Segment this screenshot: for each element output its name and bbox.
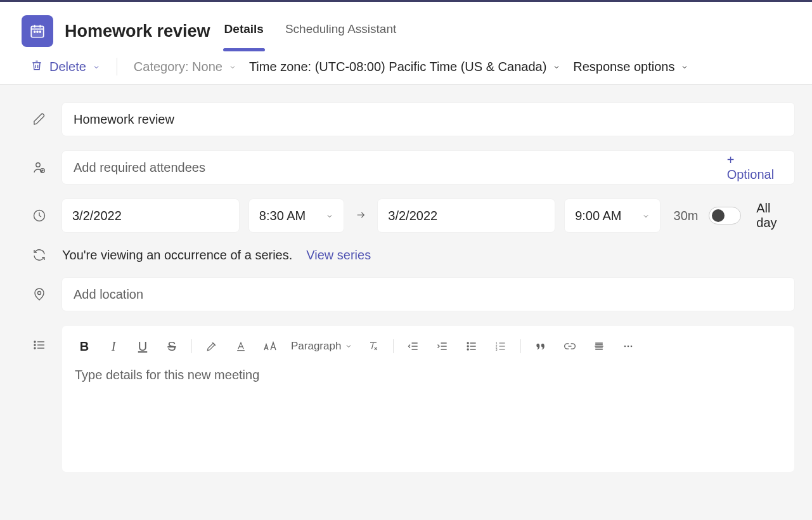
duration-label: 30m (674, 209, 699, 223)
editor-placeholder: Type details for this new meeting (75, 368, 259, 382)
chevron-down-icon (681, 60, 688, 74)
end-time-value: 9:00 AM (575, 209, 621, 223)
increase-indent-button[interactable] (430, 336, 454, 356)
location-row (0, 270, 812, 318)
start-date-field[interactable]: 3/2/2022 (62, 199, 239, 232)
chevron-down-icon (553, 60, 560, 74)
underline-button[interactable]: U (131, 336, 155, 356)
people-add-icon (29, 160, 49, 175)
paragraph-style-dropdown[interactable]: Paragraph (287, 340, 356, 353)
strikethrough-button[interactable]: S (160, 336, 184, 356)
attendees-input[interactable] (72, 160, 727, 176)
svg-point-13 (34, 348, 35, 349)
delete-button[interactable]: Delete (30, 58, 100, 75)
response-options-label: Response options (573, 60, 674, 74)
svg-point-10 (38, 292, 41, 295)
response-options-dropdown[interactable]: Response options (573, 60, 688, 74)
end-date-field[interactable]: 3/2/2022 (378, 199, 555, 232)
header: Homework review Details Scheduling Assis… (0, 2, 812, 51)
highlight-button[interactable] (200, 336, 224, 356)
description-row: B I U S Paragraph (0, 318, 812, 479)
calendar-app-icon (22, 15, 53, 47)
editor-toolbar: B I U S Paragraph (62, 326, 794, 361)
svg-point-22 (631, 346, 633, 348)
svg-point-15 (467, 346, 468, 347)
title-row (0, 95, 812, 143)
divider (393, 339, 394, 353)
divider (191, 339, 192, 353)
start-date-value: 3/2/2022 (72, 209, 122, 223)
italic-button[interactable]: I (101, 336, 126, 356)
page-title: Homework review (65, 22, 210, 41)
all-day-toggle[interactable] (709, 207, 742, 224)
svg-point-14 (467, 342, 468, 344)
text-icon (29, 326, 49, 353)
decrease-indent-button[interactable] (401, 336, 425, 356)
chevron-down-icon (93, 60, 100, 74)
attendees-row: + Optional (0, 143, 812, 192)
tab-scheduling-assistant[interactable]: Scheduling Assistant (284, 11, 397, 51)
meeting-form: + Optional 3/2/2022 8:30 AM 3 (0, 85, 812, 520)
svg-point-16 (467, 349, 468, 350)
title-field[interactable] (62, 103, 794, 136)
arrow-right-icon (354, 210, 368, 222)
pencil-icon (29, 112, 49, 127)
category-dropdown[interactable]: Category: None (134, 60, 236, 74)
svg-point-11 (34, 341, 35, 342)
tabs: Details Scheduling Assistant (223, 11, 398, 51)
svg-text:3: 3 (496, 348, 498, 351)
svg-point-7 (36, 163, 40, 167)
paragraph-label: Paragraph (291, 340, 341, 353)
category-label: Category: None (134, 60, 222, 74)
location-input[interactable] (72, 287, 784, 302)
datetime-row: 3/2/2022 8:30 AM 3/2/2022 9:00 AM 30m (0, 192, 812, 240)
divider (520, 339, 521, 353)
svg-point-5 (37, 31, 38, 32)
end-date-value: 3/2/2022 (388, 209, 437, 223)
timezone-label: Time zone: (UTC-08:00) Pacific Time (US … (249, 60, 546, 74)
chevron-down-icon (642, 209, 650, 223)
divider (117, 58, 117, 75)
numbered-list-button[interactable]: 123 (489, 336, 513, 356)
svg-point-6 (39, 31, 41, 32)
font-color-button[interactable] (229, 336, 253, 356)
toolbar: Delete Category: None Time zone: (UTC-08… (0, 51, 812, 85)
delete-label: Delete (49, 60, 86, 74)
svg-point-4 (34, 31, 35, 32)
more-options-button[interactable] (616, 336, 640, 356)
series-row: You're viewing an occurrence of a series… (0, 240, 812, 270)
start-time-value: 8:30 AM (259, 209, 306, 223)
chevron-down-icon (229, 60, 236, 74)
location-field[interactable] (62, 278, 794, 311)
location-icon (29, 287, 49, 302)
link-button[interactable] (558, 336, 582, 356)
quote-button[interactable] (529, 336, 553, 356)
start-time-field[interactable]: 8:30 AM (249, 199, 344, 232)
chevron-down-icon (326, 209, 333, 223)
recurrence-icon (29, 247, 49, 263)
trash-icon (30, 58, 43, 75)
end-time-field[interactable]: 9:00 AM (565, 199, 659, 232)
tab-details[interactable]: Details (223, 11, 265, 51)
title-input[interactable] (72, 112, 784, 127)
bulleted-list-button[interactable] (460, 336, 484, 356)
horizontal-rule-button[interactable] (587, 336, 611, 356)
rich-text-editor: B I U S Paragraph (62, 326, 794, 472)
timezone-dropdown[interactable]: Time zone: (UTC-08:00) Pacific Time (US … (249, 60, 560, 74)
view-series-link[interactable]: View series (306, 248, 371, 263)
svg-point-20 (624, 346, 626, 348)
all-day-label: All day (756, 201, 794, 230)
add-optional-button[interactable]: + Optional (727, 153, 784, 182)
svg-point-12 (34, 344, 35, 346)
font-size-button[interactable] (258, 336, 282, 356)
clear-formatting-button[interactable] (361, 336, 385, 356)
bold-button[interactable]: B (72, 336, 96, 356)
editor-body[interactable]: Type details for this new meeting (62, 361, 794, 395)
attendees-field[interactable]: + Optional (62, 151, 794, 184)
series-text: You're viewing an occurrence of a series… (62, 248, 292, 263)
svg-point-21 (628, 346, 629, 348)
clock-icon (29, 208, 49, 223)
